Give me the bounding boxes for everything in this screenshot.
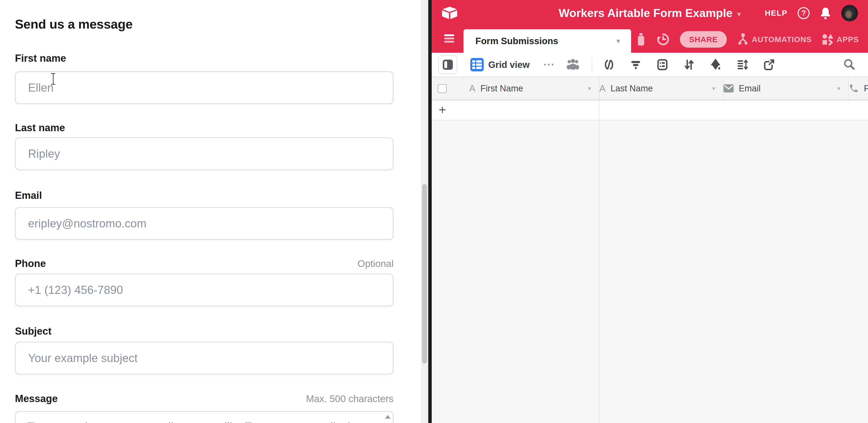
text-cursor-icon	[51, 73, 55, 85]
help-question-icon[interactable]: ?	[798, 7, 810, 19]
column-header-last-name[interactable]: A Last Name ▾	[599, 77, 723, 100]
automations-icon	[737, 33, 749, 46]
field-email: Email	[15, 190, 394, 201]
select-all-checkbox[interactable]	[438, 84, 447, 93]
share-button-label: SHARE	[689, 35, 718, 44]
view-name: Grid view	[488, 60, 530, 70]
message-label: Message	[15, 393, 58, 404]
message-textarea-wrap	[15, 411, 394, 423]
base-title: Workers Airtable Form Example	[559, 6, 733, 20]
subject-input[interactable]	[15, 342, 394, 374]
grid-empty-canvas	[432, 121, 868, 423]
left-pane-scrollbar-thumb[interactable]	[422, 184, 427, 364]
field-message: Message Max. 500 characters	[15, 393, 394, 404]
apps-button[interactable]: APPS	[822, 33, 859, 46]
subject-label: Subject	[15, 325, 52, 337]
user-avatar[interactable]	[841, 5, 858, 22]
search-icon[interactable]	[843, 58, 855, 71]
share-button[interactable]: SHARE	[680, 31, 727, 48]
left-pane-scrollbar[interactable]	[421, 0, 428, 423]
airtable-tabbar: Form Submissions ▾ SHARE	[432, 26, 868, 53]
form-title: Send us a message	[15, 17, 132, 32]
help-button[interactable]: HELP	[765, 8, 787, 18]
airtable-topbar: Workers Airtable Form Example ▾ HELP ?	[432, 0, 868, 26]
phone-label: Phone	[15, 258, 46, 269]
text-field-type-icon: A	[469, 83, 475, 94]
apps-icon	[822, 33, 834, 46]
phone-input[interactable]	[15, 274, 394, 306]
share-view-icon[interactable]	[763, 59, 775, 70]
email-field-type-icon	[723, 84, 734, 92]
view-options-ellipsis-icon[interactable]: ···	[544, 59, 555, 70]
tab-form-submissions[interactable]: Form Submissions ▾	[463, 29, 631, 53]
message-textarea[interactable]	[16, 412, 384, 423]
first-name-input[interactable]	[15, 71, 394, 104]
color-icon[interactable]	[710, 59, 721, 70]
table-tab-caret-icon: ▾	[616, 37, 620, 46]
notifications-bell-icon[interactable]	[820, 7, 831, 20]
contact-form-pane: Send us a message First name Last name E…	[0, 0, 421, 423]
column-caret-icon: ▾	[837, 85, 840, 92]
grid-view-icon	[470, 58, 484, 71]
tables-menu-icon[interactable]	[444, 34, 454, 44]
email-label: Email	[15, 190, 42, 201]
view-switcher[interactable]: Grid view	[470, 58, 530, 71]
primary-column-divider	[599, 121, 599, 423]
airtable-pane: Workers Airtable Form Example ▾ HELP ? F…	[432, 0, 868, 423]
apps-label: APPS	[836, 35, 859, 44]
column-header-email[interactable]: Email ▾	[723, 77, 848, 100]
message-scrollbar[interactable]	[384, 413, 391, 423]
column-caret-icon: ▾	[588, 85, 591, 92]
column-header-phone[interactable]: Phone	[848, 77, 868, 100]
primary-column-divider	[599, 100, 599, 120]
grid-header-row: A First Name ▾ A Last Name ▾ Email ▾	[432, 77, 868, 100]
email-input[interactable]	[15, 207, 394, 240]
row-height-icon[interactable]	[737, 59, 748, 70]
trash-icon[interactable]	[636, 33, 646, 46]
phone-field-type-icon	[849, 83, 859, 93]
first-name-label: First name	[15, 53, 66, 64]
field-last-name: Last name	[15, 122, 394, 133]
automations-button[interactable]: AUTOMATIONS	[737, 33, 812, 46]
sidebar-toggle-icon	[443, 60, 453, 70]
table-tab-label: Form Submissions	[475, 36, 558, 46]
field-phone: Phone Optional	[15, 258, 394, 269]
screen: Send us a message First name Last name E…	[0, 0, 868, 423]
history-icon[interactable]	[656, 33, 670, 46]
toolbar-divider	[592, 58, 592, 72]
last-name-label: Last name	[15, 122, 65, 133]
add-record-row[interactable]: +	[432, 100, 868, 120]
phone-optional-annotation: Optional	[358, 258, 394, 269]
scroll-up-icon[interactable]	[385, 415, 391, 419]
field-first-name: First name	[15, 53, 394, 64]
automations-label: AUTOMATIONS	[752, 35, 812, 44]
window-divider	[428, 0, 432, 423]
column-caret-icon: ▾	[712, 85, 715, 92]
add-record-plus-icon: +	[439, 102, 446, 117]
base-title-caret-icon: ▾	[737, 8, 741, 19]
last-name-input[interactable]	[15, 138, 394, 170]
views-sidebar-toggle-button[interactable]	[438, 55, 458, 74]
column-header-first-name[interactable]: A First Name ▾	[469, 77, 599, 100]
base-title-menu[interactable]: Workers Airtable Form Example ▾	[559, 6, 741, 20]
hide-fields-icon[interactable]	[603, 59, 615, 70]
collaborators-icon[interactable]	[566, 58, 579, 71]
sort-icon[interactable]	[683, 59, 695, 70]
view-toolbar: Grid view ···	[432, 53, 868, 77]
text-field-type-icon: A	[599, 83, 606, 94]
group-icon[interactable]	[657, 59, 668, 70]
airtable-logo-icon[interactable]	[441, 6, 458, 20]
field-subject: Subject	[15, 325, 394, 337]
message-maxchars-annotation: Max. 500 characters	[306, 393, 394, 404]
filter-icon[interactable]	[630, 59, 642, 70]
